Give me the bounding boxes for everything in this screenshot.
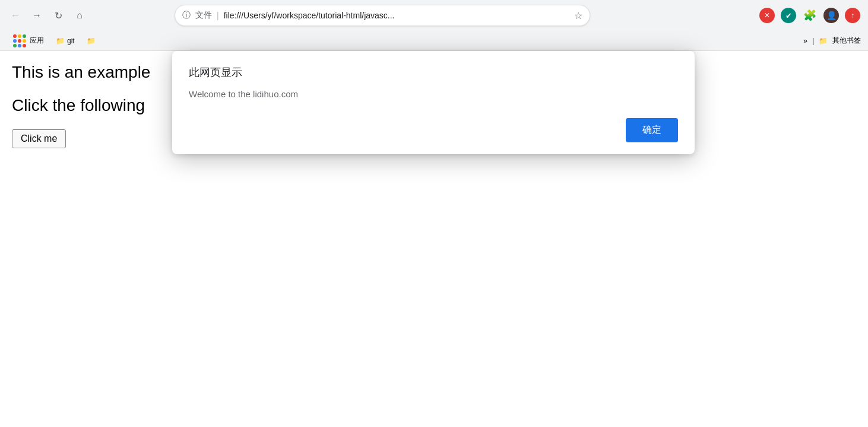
folder-bookmark-icon: 📁: [819, 37, 828, 45]
toolbar-icons: ✕ ✔ 🧩 👤 ↑: [759, 7, 861, 24]
home-button[interactable]: ⌂: [71, 7, 88, 24]
avatar-icon: 👤: [823, 8, 839, 23]
browser-window: ← → ↻ ⌂ ⓘ 文件 | file:///Users/yf/workspac…: [0, 0, 868, 404]
back-button[interactable]: ←: [7, 7, 24, 24]
apps-grid-icon: [12, 33, 27, 49]
ext-icon-red[interactable]: ✕: [759, 7, 775, 24]
dialog-message: Welcome to the lidihuo.com: [189, 89, 678, 99]
forward-button[interactable]: →: [28, 7, 45, 24]
extension-red-icon: ✕: [759, 8, 775, 23]
ext-icon-teal[interactable]: ✔: [780, 7, 797, 24]
bookmarks-right: » | 📁 其他书签: [803, 36, 861, 46]
extensions-button[interactable]: 🧩: [802, 7, 818, 24]
update-button[interactable]: ↑: [844, 7, 861, 24]
info-icon: ⓘ: [182, 10, 191, 21]
nav-bar: ← → ↻ ⌂ ⓘ 文件 | file:///Users/yf/workspac…: [0, 0, 868, 31]
bookmark-git-label: git: [67, 37, 75, 45]
bookmarks-bar: 应用 📁 git 📁 » | 📁 其他书签: [0, 31, 868, 51]
separator: |: [217, 11, 219, 20]
bookmark-git[interactable]: 📁 git: [51, 35, 80, 47]
alert-dialog: 此网页显示 Welcome to the lidihuo.com 确定: [172, 51, 695, 154]
dialog-title: 此网页显示: [189, 65, 678, 79]
dialog-footer: 确定: [189, 118, 678, 142]
address-bar[interactable]: ⓘ 文件 | file:///Users/yf/workspace/tutori…: [175, 5, 590, 26]
folder-extra-icon: 📁: [87, 37, 96, 45]
other-bookmarks-label[interactable]: 其他书签: [832, 36, 861, 46]
star-icon[interactable]: ☆: [574, 10, 582, 21]
dialog-ok-button[interactable]: 确定: [626, 118, 678, 142]
update-icon: ↑: [845, 8, 860, 23]
extension-teal-icon: ✔: [781, 8, 796, 23]
separator2: |: [812, 37, 814, 45]
reload-button[interactable]: ↻: [50, 7, 66, 24]
url-text: file:///Users/yf/workspace/tutorial-html…: [224, 11, 569, 20]
bookmark-extra[interactable]: 📁: [82, 35, 100, 47]
folder-icon: 📁: [56, 37, 65, 45]
avatar-button[interactable]: 👤: [823, 7, 840, 24]
bookmark-apps-label: 应用: [30, 36, 44, 46]
more-label[interactable]: »: [803, 37, 807, 45]
bookmark-apps[interactable]: 应用: [7, 31, 49, 50]
file-label: 文件: [195, 10, 212, 21]
click-me-button[interactable]: Click me: [12, 129, 66, 148]
page-content: This is an example Click the following C…: [0, 51, 868, 404]
